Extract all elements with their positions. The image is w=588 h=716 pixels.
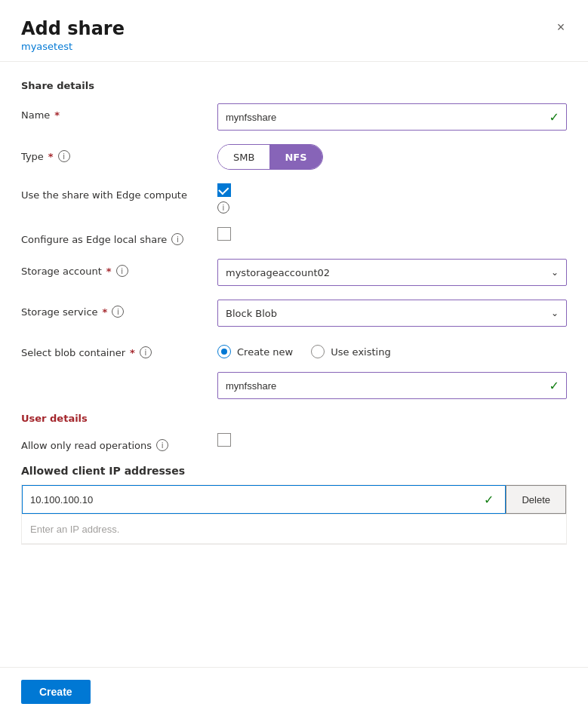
ip-delete-button[interactable]: Delete: [506, 485, 566, 514]
create-new-label: Create new: [237, 346, 293, 358]
read-only-checkbox[interactable]: [217, 433, 231, 447]
dialog-body: Share details Name * ✓ Type * i: [0, 62, 588, 667]
type-info-icon[interactable]: i: [58, 150, 70, 162]
blob-container-radio-control: Create new Use existing: [217, 340, 567, 358]
read-only-control: [217, 433, 567, 447]
edge-compute-row: Use the share with Edge compute i: [21, 183, 567, 214]
type-label: Type * i: [21, 144, 217, 162]
blob-container-info-icon[interactable]: i: [140, 346, 152, 358]
dialog-footer: Create: [0, 667, 588, 716]
storage-service-row: Storage service * i Block Blob ⌄: [21, 300, 567, 327]
use-existing-radio[interactable]: [311, 345, 325, 358]
storage-service-chevron-icon: ⌄: [551, 308, 559, 318]
user-details-label: User details: [21, 413, 567, 424]
edge-compute-checkbox[interactable]: [217, 183, 231, 197]
ip-check-icon: ✓: [484, 493, 494, 507]
container-name-wrapper: ✓: [217, 372, 567, 399]
ip-section-title: Allowed client IP addresses: [21, 465, 567, 477]
share-details-section: Share details: [21, 80, 567, 91]
type-row: Type * i SMB NFS: [21, 144, 567, 170]
type-nfs-option[interactable]: NFS: [269, 145, 322, 169]
storage-account-label: Storage account * i: [21, 259, 217, 277]
edge-compute-inner: i: [217, 183, 567, 214]
ip-row-empty: [22, 515, 566, 544]
name-check-icon: ✓: [550, 110, 559, 124]
close-button[interactable]: ×: [549, 15, 573, 39]
type-toggle: SMB NFS: [217, 144, 323, 170]
blob-container-required: *: [130, 347, 135, 358]
storage-account-chevron-icon: ⌄: [551, 267, 559, 278]
blob-container-radio-group: Create new Use existing: [217, 340, 567, 358]
storage-account-row: Storage account * i mystorageaccount02 ⌄: [21, 259, 567, 286]
type-control: SMB NFS: [217, 144, 567, 170]
storage-service-dropdown[interactable]: Block Blob ⌄: [217, 300, 567, 327]
use-existing-label: Use existing: [331, 346, 390, 358]
name-control: ✓: [217, 103, 567, 131]
name-label: Name *: [21, 103, 217, 121]
ip-empty-cell: [22, 515, 566, 543]
container-name-row: ✓: [217, 372, 567, 399]
storage-service-required: *: [103, 306, 108, 318]
storage-service-value: Block Blob: [226, 308, 277, 319]
dialog-subtitle: myasetest: [21, 41, 567, 52]
container-name-input[interactable]: [217, 372, 567, 399]
ip-input-filled[interactable]: [22, 485, 506, 514]
ip-input-cell: ✓: [22, 485, 506, 514]
ip-table: ✓ Delete: [21, 484, 567, 545]
edge-local-label: Configure as Edge local share i: [21, 227, 217, 245]
edge-compute-control: i: [217, 183, 567, 214]
storage-service-control: Block Blob ⌄: [217, 300, 567, 327]
create-new-option[interactable]: Create new: [217, 345, 293, 358]
use-existing-option[interactable]: Use existing: [311, 345, 390, 358]
storage-service-info-icon[interactable]: i: [112, 306, 124, 318]
blob-container-row: Select blob container * i Create new Use…: [21, 340, 567, 358]
ip-row-filled: ✓ Delete: [22, 485, 566, 515]
create-button[interactable]: Create: [21, 680, 91, 704]
storage-account-dropdown[interactable]: mystorageaccount02 ⌄: [217, 259, 567, 286]
type-smb-option[interactable]: SMB: [218, 145, 269, 169]
type-required: *: [48, 151, 54, 162]
edge-compute-label-wrapper: Use the share with Edge compute: [21, 183, 217, 201]
name-required: *: [54, 109, 60, 121]
name-row: Name * ✓: [21, 103, 567, 131]
dialog-header: Add share myasetest ×: [0, 0, 588, 62]
storage-account-info-icon[interactable]: i: [116, 265, 128, 277]
read-only-info-icon[interactable]: i: [156, 439, 168, 451]
storage-account-required: *: [106, 266, 112, 277]
edge-compute-info-icon[interactable]: i: [217, 201, 229, 214]
edge-local-row: Configure as Edge local share i: [21, 227, 567, 245]
create-new-radio[interactable]: [217, 345, 231, 358]
storage-account-control: mystorageaccount02 ⌄: [217, 259, 567, 286]
ip-section: Allowed client IP addresses ✓ Delete: [21, 465, 567, 545]
container-name-check-icon: ✓: [550, 379, 559, 393]
share-details-label: Share details: [21, 80, 567, 91]
blob-container-label: Select blob container * i: [21, 340, 217, 358]
edge-local-control: [217, 227, 567, 241]
storage-service-label: Storage service * i: [21, 300, 217, 318]
user-details-section: User details: [21, 413, 567, 424]
read-only-label: Allow only read operations i: [21, 433, 217, 451]
dialog-title: Add share: [21, 18, 567, 39]
name-input-wrapper: ✓: [217, 103, 567, 131]
edge-local-info-icon[interactable]: i: [171, 233, 183, 245]
edge-local-checkbox[interactable]: [217, 227, 231, 241]
read-only-row: Allow only read operations i: [21, 433, 567, 451]
add-share-dialog: Add share myasetest × Share details Name…: [0, 0, 588, 716]
ip-input-empty[interactable]: [22, 515, 566, 543]
name-input[interactable]: [217, 103, 567, 131]
storage-account-value: mystorageaccount02: [226, 267, 330, 278]
